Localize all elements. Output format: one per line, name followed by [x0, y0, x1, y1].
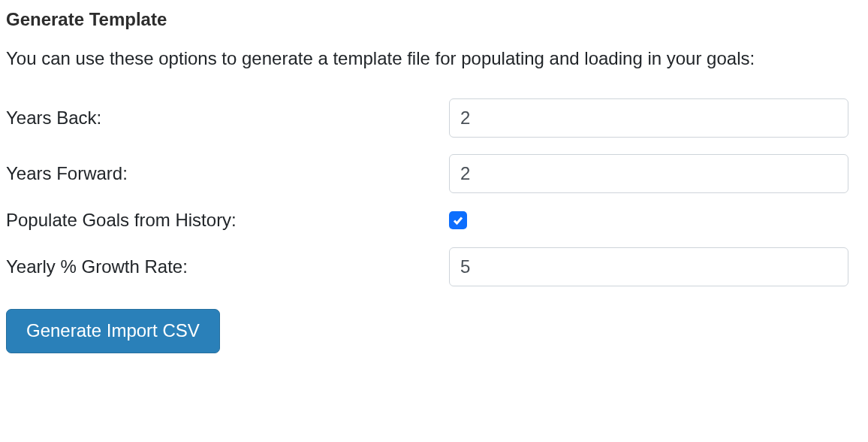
growth-rate-row: Yearly % Growth Rate:: [6, 247, 862, 286]
years-back-label: Years Back:: [6, 107, 449, 129]
years-forward-input[interactable]: [449, 154, 848, 193]
generate-import-csv-button[interactable]: Generate Import CSV: [6, 309, 220, 353]
section-description: You can use these options to generate a …: [6, 44, 832, 74]
years-back-row: Years Back:: [6, 98, 862, 138]
growth-rate-input[interactable]: [449, 247, 848, 286]
populate-history-row: Populate Goals from History:: [6, 210, 862, 231]
growth-rate-label: Yearly % Growth Rate:: [6, 256, 449, 277]
populate-history-label: Populate Goals from History:: [6, 210, 449, 231]
years-forward-row: Years Forward:: [6, 154, 862, 193]
years-forward-label: Years Forward:: [6, 163, 449, 184]
template-form: Years Back: Years Forward: Populate Goal…: [6, 98, 862, 353]
years-back-input[interactable]: [449, 98, 848, 138]
section-title: Generate Template: [6, 9, 862, 30]
